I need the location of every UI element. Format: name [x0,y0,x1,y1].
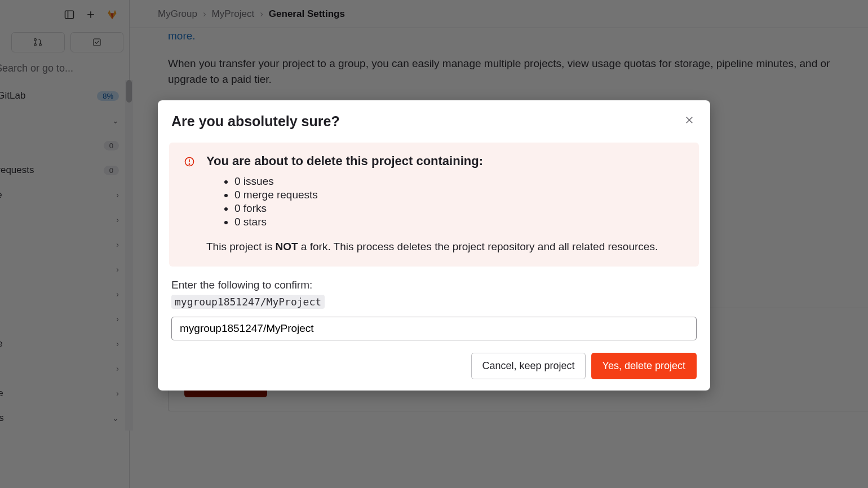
svg-point-14 [189,164,189,165]
confirm-delete-button[interactable]: Yes, delete project [591,353,697,379]
alert-heading: You are about to delete this project con… [206,154,682,168]
alert-item: 0 merge requests [234,189,682,201]
confirm-label: Enter the following to confirm: [171,279,697,291]
modal-title: Are you absolutely sure? [171,113,340,130]
close-icon[interactable] [682,113,697,130]
danger-alert: You are about to delete this project con… [169,143,699,267]
alert-item: 0 issues [234,175,682,188]
confirm-delete-modal: Are you absolutely sure? You are about t… [158,100,710,391]
alert-item: 0 forks [234,202,682,215]
error-icon [184,156,195,253]
alert-item: 0 stars [234,216,682,228]
alert-item-list: 0 issues0 merge requests0 forks0 stars [234,175,682,228]
alert-note: This project is NOT a fork. This process… [206,241,682,253]
modal-overlay[interactable]: Are you absolutely sure? You are about t… [0,0,868,488]
confirm-input[interactable] [171,317,697,340]
confirm-expected-value: mygroup1851247/MyProject [171,295,325,309]
cancel-button[interactable]: Cancel, keep project [471,353,585,379]
